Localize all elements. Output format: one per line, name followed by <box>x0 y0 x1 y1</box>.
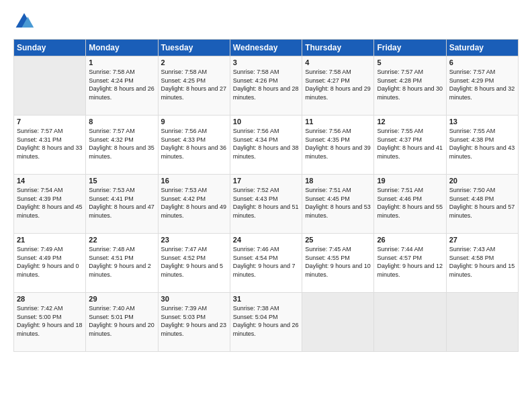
day-info: Sunrise: 7:53 AMSunset: 4:42 PMDaylight:… <box>161 186 227 220</box>
day-info: Sunrise: 7:58 AMSunset: 4:24 PMDaylight:… <box>89 68 154 101</box>
day-number: 12 <box>377 118 443 126</box>
day-number: 19 <box>377 177 443 185</box>
day-number: 24 <box>233 236 299 244</box>
day-info: Sunrise: 7:50 AMSunset: 4:48 PMDaylight:… <box>449 186 515 220</box>
calendar-cell: 18Sunrise: 7:51 AMSunset: 4:45 PMDayligh… <box>302 175 374 234</box>
day-info: Sunrise: 7:52 AMSunset: 4:43 PMDaylight:… <box>233 186 299 220</box>
weekday-header-thursday: Thursday <box>302 40 374 56</box>
calendar-cell: 26Sunrise: 7:44 AMSunset: 4:57 PMDayligh… <box>374 234 446 293</box>
calendar-cell <box>302 293 374 352</box>
day-number: 30 <box>161 295 227 303</box>
day-info: Sunrise: 7:57 AMSunset: 4:32 PMDaylight:… <box>89 127 154 161</box>
week-row-0: 1Sunrise: 7:58 AMSunset: 4:24 PMDaylight… <box>14 56 519 116</box>
calendar-cell: 14Sunrise: 7:54 AMSunset: 4:39 PMDayligh… <box>14 175 86 234</box>
day-number: 13 <box>449 118 515 126</box>
calendar-cell: 22Sunrise: 7:48 AMSunset: 4:51 PMDayligh… <box>86 234 158 293</box>
week-row-2: 14Sunrise: 7:54 AMSunset: 4:39 PMDayligh… <box>14 175 519 234</box>
day-number: 27 <box>449 236 515 244</box>
calendar-cell: 23Sunrise: 7:47 AMSunset: 4:52 PMDayligh… <box>158 234 230 293</box>
day-info: Sunrise: 7:43 AMSunset: 4:58 PMDaylight:… <box>449 245 515 279</box>
weekday-header-monday: Monday <box>86 40 158 56</box>
day-info: Sunrise: 7:55 AMSunset: 4:37 PMDaylight:… <box>377 127 443 161</box>
day-info: Sunrise: 7:54 AMSunset: 4:39 PMDaylight:… <box>17 186 83 220</box>
day-info: Sunrise: 7:57 AMSunset: 4:29 PMDaylight:… <box>449 68 515 101</box>
day-info: Sunrise: 7:53 AMSunset: 4:41 PMDaylight:… <box>89 186 154 220</box>
day-number: 4 <box>305 58 371 66</box>
calendar-cell: 11Sunrise: 7:56 AMSunset: 4:35 PMDayligh… <box>302 116 374 175</box>
weekday-header-sunday: Sunday <box>14 40 86 56</box>
day-number: 31 <box>233 295 299 303</box>
week-row-1: 7Sunrise: 7:57 AMSunset: 4:31 PMDaylight… <box>14 116 519 175</box>
weekday-header-tuesday: Tuesday <box>158 40 230 56</box>
weekday-header-row: SundayMondayTuesdayWednesdayThursdayFrid… <box>14 40 519 56</box>
day-info: Sunrise: 7:56 AMSunset: 4:34 PMDaylight:… <box>233 127 299 161</box>
day-info: Sunrise: 7:38 AMSunset: 5:04 PMDaylight:… <box>233 304 299 338</box>
day-number: 28 <box>17 295 83 303</box>
calendar-cell: 4Sunrise: 7:58 AMSunset: 4:27 PMDaylight… <box>302 56 374 116</box>
day-number: 26 <box>377 236 443 244</box>
calendar-cell: 19Sunrise: 7:51 AMSunset: 4:46 PMDayligh… <box>374 175 446 234</box>
day-info: Sunrise: 7:58 AMSunset: 4:25 PMDaylight:… <box>161 68 227 101</box>
page: SundayMondayTuesdayWednesdayThursdayFrid… <box>0 0 532 411</box>
day-number: 15 <box>89 177 154 185</box>
day-info: Sunrise: 7:56 AMSunset: 4:35 PMDaylight:… <box>305 127 371 161</box>
calendar-cell: 25Sunrise: 7:45 AMSunset: 4:55 PMDayligh… <box>302 234 374 293</box>
day-info: Sunrise: 7:58 AMSunset: 4:26 PMDaylight:… <box>233 68 299 101</box>
day-number: 10 <box>233 118 299 126</box>
calendar-cell: 9Sunrise: 7:56 AMSunset: 4:33 PMDaylight… <box>158 116 230 175</box>
day-info: Sunrise: 7:58 AMSunset: 4:27 PMDaylight:… <box>305 68 371 101</box>
week-row-3: 21Sunrise: 7:49 AMSunset: 4:49 PMDayligh… <box>14 234 519 293</box>
day-number: 20 <box>449 177 515 185</box>
weekday-header-saturday: Saturday <box>446 40 518 56</box>
calendar-cell: 10Sunrise: 7:56 AMSunset: 4:34 PMDayligh… <box>230 116 302 175</box>
day-number: 6 <box>449 58 515 66</box>
calendar-cell: 8Sunrise: 7:57 AMSunset: 4:32 PMDaylight… <box>86 116 158 175</box>
day-info: Sunrise: 7:39 AMSunset: 5:03 PMDaylight:… <box>161 304 227 338</box>
day-number: 3 <box>233 58 299 66</box>
calendar-cell: 28Sunrise: 7:42 AMSunset: 5:00 PMDayligh… <box>14 293 86 352</box>
logo-icon <box>13 11 35 32</box>
calendar-cell: 16Sunrise: 7:53 AMSunset: 4:42 PMDayligh… <box>158 175 230 234</box>
calendar-cell: 7Sunrise: 7:57 AMSunset: 4:31 PMDaylight… <box>14 116 86 175</box>
day-number: 17 <box>233 177 299 185</box>
day-number: 29 <box>89 295 154 303</box>
day-info: Sunrise: 7:51 AMSunset: 4:45 PMDaylight:… <box>305 186 371 220</box>
calendar-cell: 20Sunrise: 7:50 AMSunset: 4:48 PMDayligh… <box>446 175 518 234</box>
day-info: Sunrise: 7:44 AMSunset: 4:57 PMDaylight:… <box>377 245 443 279</box>
day-info: Sunrise: 7:55 AMSunset: 4:38 PMDaylight:… <box>449 127 515 161</box>
calendar-cell: 24Sunrise: 7:46 AMSunset: 4:54 PMDayligh… <box>230 234 302 293</box>
day-info: Sunrise: 7:49 AMSunset: 4:49 PMDaylight:… <box>17 245 83 279</box>
day-number: 14 <box>17 177 83 185</box>
weekday-header-friday: Friday <box>374 40 446 56</box>
calendar-cell: 29Sunrise: 7:40 AMSunset: 5:01 PMDayligh… <box>86 293 158 352</box>
calendar-cell: 30Sunrise: 7:39 AMSunset: 5:03 PMDayligh… <box>158 293 230 352</box>
calendar-cell: 2Sunrise: 7:58 AMSunset: 4:25 PMDaylight… <box>158 56 230 116</box>
day-number: 16 <box>161 177 227 185</box>
calendar-cell: 21Sunrise: 7:49 AMSunset: 4:49 PMDayligh… <box>14 234 86 293</box>
weekday-header-wednesday: Wednesday <box>230 40 302 56</box>
day-info: Sunrise: 7:45 AMSunset: 4:55 PMDaylight:… <box>305 245 371 279</box>
day-info: Sunrise: 7:56 AMSunset: 4:33 PMDaylight:… <box>161 127 227 161</box>
day-info: Sunrise: 7:42 AMSunset: 5:00 PMDaylight:… <box>17 304 83 338</box>
day-info: Sunrise: 7:47 AMSunset: 4:52 PMDaylight:… <box>161 245 227 279</box>
day-number: 2 <box>161 58 227 66</box>
day-number: 8 <box>89 118 154 126</box>
calendar-cell: 3Sunrise: 7:58 AMSunset: 4:26 PMDaylight… <box>230 56 302 116</box>
day-number: 9 <box>161 118 227 126</box>
week-row-4: 28Sunrise: 7:42 AMSunset: 5:00 PMDayligh… <box>14 293 519 352</box>
day-number: 21 <box>17 236 83 244</box>
day-number: 1 <box>89 58 154 66</box>
day-number: 5 <box>377 58 443 66</box>
day-number: 11 <box>305 118 371 126</box>
day-number: 18 <box>305 177 371 185</box>
calendar-cell <box>446 293 518 352</box>
day-info: Sunrise: 7:46 AMSunset: 4:54 PMDaylight:… <box>233 245 299 279</box>
calendar-cell <box>14 56 86 116</box>
day-number: 7 <box>17 118 83 126</box>
calendar-cell: 27Sunrise: 7:43 AMSunset: 4:58 PMDayligh… <box>446 234 518 293</box>
day-info: Sunrise: 7:40 AMSunset: 5:01 PMDaylight:… <box>89 304 154 338</box>
calendar-cell: 31Sunrise: 7:38 AMSunset: 5:04 PMDayligh… <box>230 293 302 352</box>
calendar-body: 1Sunrise: 7:58 AMSunset: 4:24 PMDaylight… <box>14 56 519 352</box>
calendar-cell: 13Sunrise: 7:55 AMSunset: 4:38 PMDayligh… <box>446 116 518 175</box>
day-info: Sunrise: 7:51 AMSunset: 4:46 PMDaylight:… <box>377 186 443 220</box>
